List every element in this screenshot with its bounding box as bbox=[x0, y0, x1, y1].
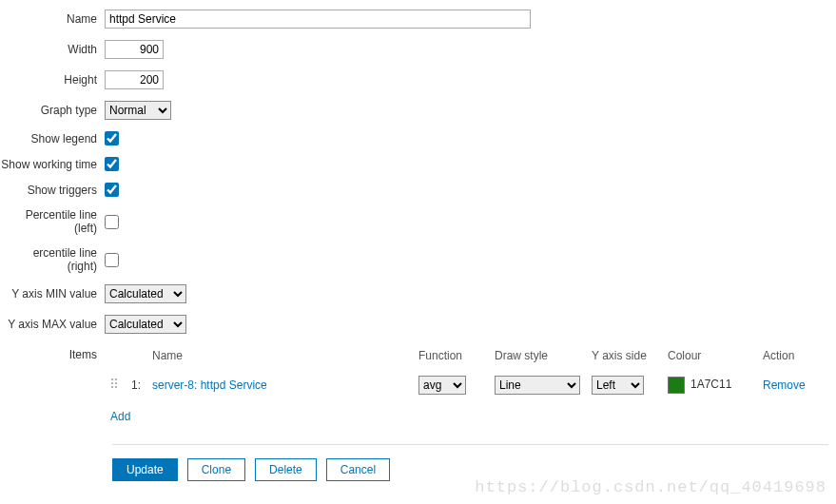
y-side-select[interactable]: Left bbox=[592, 376, 644, 395]
label-items: Items bbox=[0, 345, 105, 361]
show-working-time-checkbox[interactable] bbox=[105, 157, 119, 171]
svg-point-4 bbox=[111, 386, 113, 388]
colour-hex: 1A7C11 bbox=[690, 378, 731, 391]
col-function: Function bbox=[413, 345, 489, 372]
clone-button[interactable]: Clone bbox=[187, 458, 245, 481]
svg-point-3 bbox=[115, 382, 117, 384]
height-input[interactable] bbox=[105, 70, 164, 89]
percentile-right-checkbox[interactable] bbox=[105, 253, 119, 267]
update-button[interactable]: Update bbox=[112, 458, 178, 481]
remove-link[interactable]: Remove bbox=[763, 378, 806, 392]
item-index: 1: bbox=[126, 372, 146, 398]
label-name: Name bbox=[0, 12, 105, 26]
show-triggers-checkbox[interactable] bbox=[105, 183, 119, 197]
function-select[interactable]: avg bbox=[418, 376, 466, 395]
add-link[interactable]: Add bbox=[110, 410, 130, 423]
col-action: Action bbox=[757, 345, 820, 372]
label-percentile-left: Percentile line (left) bbox=[0, 208, 105, 235]
item-name-link[interactable]: server-8: httpd Service bbox=[152, 378, 267, 392]
label-y-min: Y axis MIN value bbox=[0, 287, 105, 300]
svg-point-0 bbox=[111, 378, 113, 380]
col-draw-style: Draw style bbox=[489, 345, 586, 372]
percentile-left-checkbox[interactable] bbox=[105, 215, 119, 229]
draw-style-select[interactable]: Line bbox=[495, 376, 580, 395]
label-show-triggers: Show triggers bbox=[0, 184, 105, 197]
items-table: Name Function Draw style Y axis side Col… bbox=[105, 345, 820, 427]
show-legend-checkbox[interactable] bbox=[105, 131, 119, 145]
svg-point-1 bbox=[115, 378, 117, 380]
y-min-select[interactable]: Calculated bbox=[105, 284, 186, 303]
colour-swatch[interactable] bbox=[668, 377, 685, 394]
drag-handle-icon[interactable] bbox=[110, 378, 120, 391]
label-y-max: Y axis MAX value bbox=[0, 318, 105, 331]
col-y-side: Y axis side bbox=[586, 345, 662, 372]
delete-button[interactable]: Delete bbox=[255, 458, 317, 481]
label-percentile-right: ercentile line (right) bbox=[0, 246, 105, 273]
col-colour: Colour bbox=[662, 345, 757, 372]
label-graph-type: Graph type bbox=[0, 104, 105, 117]
table-row: 1: server-8: httpd Service avg Line bbox=[105, 372, 820, 398]
col-name: Name bbox=[146, 345, 413, 372]
cancel-button[interactable]: Cancel bbox=[326, 458, 390, 481]
label-show-legend: Show legend bbox=[0, 132, 105, 145]
label-width: Width bbox=[0, 43, 105, 56]
name-input[interactable] bbox=[105, 10, 531, 29]
label-show-working-time: Show working time bbox=[0, 158, 105, 171]
svg-point-5 bbox=[115, 386, 117, 388]
svg-point-2 bbox=[111, 382, 113, 384]
button-bar: Update Clone Delete Cancel bbox=[112, 444, 828, 481]
y-max-select[interactable]: Calculated bbox=[105, 315, 186, 334]
width-input[interactable] bbox=[105, 40, 164, 59]
graph-type-select[interactable]: Normal bbox=[105, 101, 171, 120]
label-height: Height bbox=[0, 73, 105, 87]
